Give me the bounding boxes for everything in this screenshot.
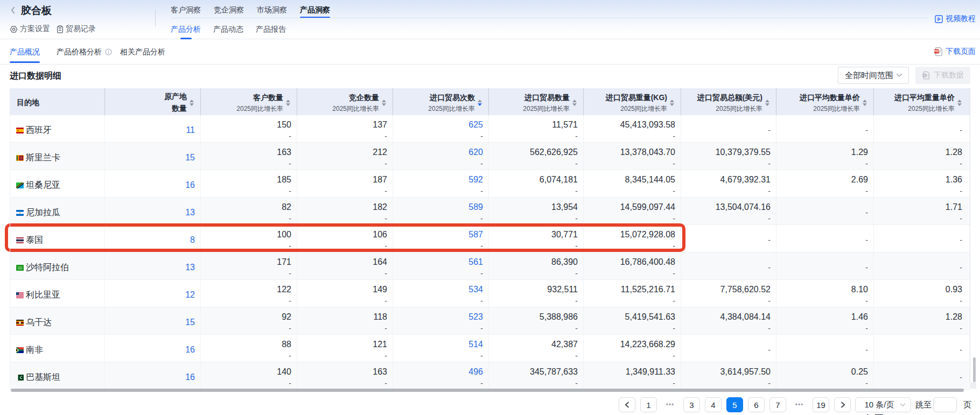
pager-ellipsis[interactable]: ••• [662,397,678,412]
horizontal-scrollbar[interactable] [11,389,964,392]
cell-price_wt: 1.28- [874,143,970,170]
cell-value[interactable]: 13 [185,262,195,273]
cell-value[interactable]: 496 [468,366,483,378]
cell-value[interactable]: 16 [185,371,195,383]
cell-growth: - [289,268,291,279]
sort-carets[interactable] [572,100,577,106]
pager-next-button[interactable] [834,397,851,412]
trade-record-link[interactable]: 贸易记录 [57,24,96,34]
cell-trips: 587- [393,225,489,252]
download-data-button[interactable]: X 下载数据 [915,67,970,84]
cell-value[interactable]: 592 [468,174,483,186]
back-icon[interactable] [11,5,18,15]
cell-value[interactable]: 16 [185,179,195,191]
subnav-item[interactable]: 产品分析 [171,24,201,34]
column-header-competitors[interactable]: 竞企数量2025同比增长率 [297,88,393,115]
sort-carets[interactable] [478,100,482,106]
sort-carets[interactable] [190,100,194,106]
cell-qty: 932,511- [489,280,584,307]
tab-产品价格分析[interactable]: 产品价格分析 [57,39,112,64]
column-header-amount[interactable]: 进口贸易总额(美元)2025同比增长率 [681,88,776,115]
cell-trips: 534- [393,280,489,307]
cell-price_qty: 1.29- [776,143,874,170]
column-header-origin[interactable]: 原产地数量 [105,88,201,115]
cell-value[interactable]: 589 [468,201,483,213]
cell-growth: - [673,378,675,389]
column-header-customers[interactable]: 客户数量2025同比增长率 [201,88,297,115]
tab-产品概况[interactable]: 产品概况 [10,39,40,64]
sort-carets[interactable] [670,100,674,106]
nav-item[interactable]: 市场洞察 [257,4,287,15]
sort-carets[interactable] [863,100,867,106]
cell-value[interactable]: 587 [468,229,483,241]
vertical-scrollbar[interactable] [973,357,976,382]
column-title-line1: 客户数量 [236,92,283,103]
tab-label: 相关产品分析 [120,39,165,64]
cell-amount: - [681,335,776,362]
table-right-border [970,88,970,382]
cell-value: 1.46 [851,311,868,323]
cell-competitors: 182- [297,198,393,224]
tab-相关产品分析[interactable]: 相关产品分析 [120,39,165,64]
cell-value[interactable]: 15 [185,316,195,328]
column-header-price_qty[interactable]: 进口平均数量单价2025同比增长率 [776,88,874,115]
cell-growth: - [384,213,387,224]
cell-value[interactable]: 514 [468,339,483,350]
pager-page-7[interactable]: 7 [769,397,786,412]
pager-page-1[interactable]: 1 [640,397,657,412]
pager-page-6[interactable]: 6 [748,397,765,412]
subnav-item[interactable]: 产品动态 [213,24,243,34]
column-header-price_wt[interactable]: 进口平均重量单价2025同比增长率 [874,88,970,115]
cell-value[interactable]: 523 [468,311,483,323]
scheme-settings-link[interactable]: 方案设置 [10,24,50,34]
column-header-qty[interactable]: 进口贸易数量2025同比增长率 [489,88,584,115]
cell-growth: - [960,323,962,334]
column-header-weight[interactable]: 进口贸易重量(KG)2025同比增长率 [584,88,681,115]
nav-item[interactable]: 竞企洞察 [214,4,244,15]
cell-value: 118 [373,311,387,323]
pager-prev-button[interactable] [619,397,635,412]
cell-value[interactable]: 16 [185,344,195,356]
cell-value[interactable]: 625 [468,119,483,131]
cell-value[interactable]: 8 [190,234,195,246]
cell-growth: - [480,296,483,306]
sort-carets[interactable] [957,100,962,106]
table-row-斯里兰卡: 斯里兰卡15163-212-620-562,626,925-13,378,043… [10,143,970,170]
cell-value[interactable]: 620 [468,146,483,158]
video-tutorial-link[interactable]: 视频教程 [935,14,976,24]
cell-value[interactable]: 534 [468,284,483,296]
download-page-link[interactable]: PDF 下载页面 [934,39,976,64]
sort-carets[interactable] [382,100,386,106]
pager-page-5[interactable]: 5 [726,397,743,412]
jump-to-input[interactable] [933,397,957,412]
column-title: 目的地 [17,98,39,108]
pager-ellipsis[interactable]: ••• [791,397,808,412]
cell-origin: 11 [105,115,201,142]
page-size-select[interactable]: 10 条/页 [855,397,911,412]
nav-item[interactable]: 产品洞察 [300,4,330,15]
cell-value[interactable]: 15 [185,152,195,164]
cell-value[interactable]: 12 [185,289,195,301]
pager-page-4[interactable]: 4 [705,397,722,412]
cell-origin: 16 [105,170,201,197]
nav-item[interactable]: 客户洞察 [171,4,201,15]
cell-growth: - [673,323,675,334]
subnav-item[interactable]: 产品报告 [256,24,286,34]
table-row-沙特阿拉伯: 沙特阿拉伯13171-164-561-86,390-16,786,400.48-… [10,252,970,280]
cell-growth: - [289,350,291,361]
cell-value[interactable]: 13 [185,207,195,219]
time-range-select[interactable]: 全部时间范围 [838,67,909,84]
cell-qty: 5,388,986- [489,307,584,334]
cell-weight: 14,599,097.44- [584,198,681,224]
sort-carets[interactable] [286,100,290,106]
column-header-trips[interactable]: 进口贸易次数2025同比增长率 [393,88,489,115]
pager-page-3[interactable]: 3 [683,397,700,412]
sort-desc-icon [863,103,867,106]
flag-icon-es [16,128,24,133]
cell-value[interactable]: 561 [468,256,483,268]
cell-value[interactable]: 11 [186,124,195,136]
sort-desc-icon [765,103,769,106]
sort-carets[interactable] [765,100,769,106]
cell-trips: 625- [393,115,489,142]
pager-page-19[interactable]: 19 [813,397,829,412]
